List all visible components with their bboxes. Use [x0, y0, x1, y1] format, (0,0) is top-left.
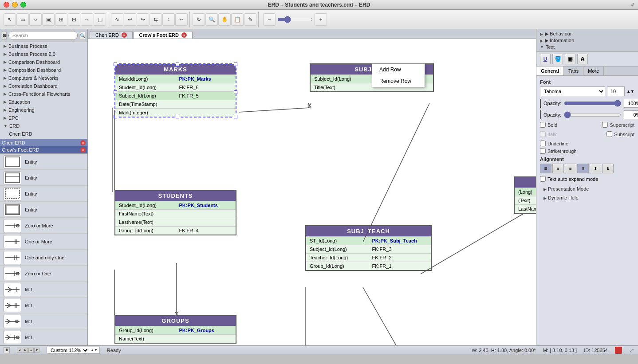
page-tool[interactable]: 📋 [231, 13, 244, 26]
remove-tool[interactable]: ⊟ [68, 13, 80, 26]
fill-icon[interactable]: 🪣 [552, 54, 563, 64]
table-row[interactable]: FirstName(Text) [115, 209, 236, 218]
table-row[interactable]: ST_Id(Long) PK:PK_Subj_Teach [306, 236, 431, 245]
shape-zero-or-more[interactable]: Zero or More [0, 218, 87, 234]
table-row[interactable]: Student_Id(Long) PK:PK_Students [115, 201, 236, 209]
handle-bl[interactable] [114, 115, 117, 118]
groups-table[interactable]: GROUPS Group_Id(Long) PK:PK_Groups Name(… [114, 315, 236, 344]
table-row[interactable]: Group_Id(Long) FK:FR_1 [306, 262, 431, 270]
chen-erd-tab[interactable]: Chen ERD × [0, 139, 87, 146]
crows-foot-tab-close[interactable]: × [181, 32, 187, 38]
chen-erd-tab-close[interactable]: × [122, 32, 127, 38]
shape-entity-2[interactable]: Entity [0, 170, 87, 186]
font-size-input[interactable] [607, 86, 625, 96]
handle-bm[interactable] [176, 115, 179, 118]
table-row[interactable]: (Text) [515, 196, 536, 204]
chen-erd-canvas-tab[interactable]: Chen ERD × [90, 31, 133, 39]
sidebar-item-comparison-dashboard[interactable]: ▶ Comparison Dashboard [0, 58, 87, 66]
table-row[interactable]: Group_Id(Long) FK:FR_4 [115, 226, 236, 235]
subj-teach-table[interactable]: SUBJ_TEACH ST_Id(Long) PK:PK_Subj_Teach … [305, 225, 432, 271]
underline-checkbox[interactable] [540, 141, 546, 146]
zoom-tool[interactable]: 🔍 [205, 13, 218, 26]
close-button[interactable] [4, 2, 9, 8]
underline-icon[interactable]: U [540, 54, 551, 64]
undo-tool[interactable]: ↩ [124, 13, 136, 26]
pan-tool[interactable]: ✋ [218, 13, 231, 26]
text-section[interactable]: ▼ Text [540, 44, 634, 50]
sidebar-item-computers-networks[interactable]: ▶ Computers & Networks [0, 74, 87, 82]
sidebar-item-cross-functional[interactable]: ▶ Cross-Functional Flowcharts [0, 90, 87, 98]
table-row[interactable]: Name(Text) [115, 334, 236, 343]
marks-table[interactable]: MARKS MarkId(Long) PK:PK_Marks Student_I… [114, 63, 236, 117]
scroll-right-btn[interactable]: ► [23, 348, 28, 353]
crows-foot-close[interactable]: × [80, 147, 86, 153]
prop-tab-more[interactable]: More [583, 67, 604, 75]
presentation-mode-item[interactable]: ▶ Presentation Mode [540, 184, 634, 193]
opacity1-value[interactable] [624, 99, 638, 108]
scroll-down-btn[interactable]: ▼ [34, 348, 39, 353]
handle-ml[interactable] [114, 90, 117, 94]
context-remove-row[interactable]: Remove Row [372, 75, 425, 87]
handle-mr[interactable] [234, 90, 237, 94]
shape-entity-1[interactable]: Entity [0, 154, 87, 170]
curve-tool[interactable]: ∿ [111, 13, 123, 26]
crows-foot-erd-tab[interactable]: Crow's Foot ERD × [0, 146, 87, 153]
table-row[interactable]: Subject_Id(Long) FK:FR_5 [115, 91, 236, 100]
strikethrough-checkbox[interactable] [540, 148, 546, 154]
prop-tab-general[interactable]: General [536, 67, 564, 75]
sidebar-item-chen-erd[interactable]: Chen ERD [0, 130, 87, 138]
zoom-slider-input[interactable] [277, 16, 313, 23]
border-icon[interactable]: ▣ [565, 54, 575, 64]
pen-tool[interactable]: ✎ [244, 13, 256, 26]
shape-m1-d[interactable]: M:1 [0, 329, 87, 345]
bold-checkbox[interactable] [540, 122, 546, 128]
dynamic-help-item[interactable]: ▶ Dynamic Help [540, 193, 634, 202]
sidebar-item-business-process-2[interactable]: ▶ Business Process 2,0 [0, 50, 87, 58]
opacity2-slider[interactable] [564, 112, 621, 118]
handle-br[interactable] [234, 115, 237, 118]
swap-tool[interactable]: ⇆ [150, 13, 162, 26]
table-row[interactable]: Student_Id(Long) FK:FR_6 [115, 83, 236, 91]
italic-checkbox[interactable] [540, 131, 546, 137]
align-top-btn[interactable]: ⬆ [577, 164, 589, 173]
zoom-spinner-arrows[interactable]: ▲▼ [91, 348, 98, 352]
sidebar-item-engineering[interactable]: ▶ Engineering [0, 106, 87, 114]
flip-v-tool[interactable]: ↕ [162, 13, 175, 26]
shape-entity-4[interactable]: Entity [0, 202, 87, 218]
handle-tm[interactable] [176, 63, 179, 66]
context-add-row[interactable]: Add Row [372, 64, 425, 75]
table-row[interactable]: (Long) PK:PK_Te... [515, 188, 536, 196]
shape-m1-a[interactable]: M:1 [0, 282, 87, 297]
minimize-button[interactable] [12, 2, 18, 8]
teachers-table[interactable]: TEACHERS (Long) PK:PK_Te... (Text) LastN… [514, 176, 536, 214]
sidebar-item-erd[interactable]: ▼ ERD [0, 122, 87, 130]
prop-tab-tabs[interactable]: Tabs [564, 67, 583, 75]
table-row[interactable]: Group_Id(Long) PK:PK_Groups [115, 326, 236, 334]
opacity1-slider[interactable] [564, 100, 621, 106]
shape-zero-or-one[interactable]: Zero or One [0, 266, 87, 282]
zoom-plus-btn[interactable]: + [315, 13, 327, 26]
maximize-button[interactable] [20, 2, 26, 8]
resize-handle[interactable]: ⤢ [629, 347, 634, 354]
rect-tool[interactable]: ▭ [16, 13, 29, 26]
shape-m1-b[interactable]: M:1 [0, 297, 87, 313]
table-row[interactable]: Subject_Id(Long) FK:FR_3 [306, 245, 431, 253]
align-middle-btn[interactable]: ⬍ [590, 164, 601, 173]
chen-erd-close[interactable]: × [80, 140, 86, 145]
split-tool[interactable]: ◫ [94, 13, 106, 26]
table-row[interactable]: LastName(Text) [515, 204, 536, 213]
sidebar-grid-toggle[interactable]: ⊞ [2, 31, 7, 40]
resize-button[interactable]: ⤢ [631, 2, 634, 7]
table-row[interactable]: Teacher_Id(Long) FK:FR_2 [306, 253, 431, 262]
sidebar-search-input[interactable] [8, 31, 78, 40]
behaviour-section[interactable]: ▶ ▶ Behaviour [540, 31, 634, 37]
shape-entity-3[interactable]: Entity [0, 186, 87, 202]
select-tool[interactable]: ↖ [4, 13, 16, 26]
students-table[interactable]: STUDENTS Student_Id(Long) PK:PK_Students… [114, 190, 236, 235]
resize-h-tool[interactable]: ↔ [81, 13, 93, 26]
table-tool[interactable]: ▣ [42, 13, 55, 26]
sidebar-item-education[interactable]: ▶ Education [0, 98, 87, 106]
refresh-tool[interactable]: ↻ [193, 13, 205, 26]
sidebar-item-composition-dashboard[interactable]: ▶ Composition Dashboard [0, 66, 87, 74]
sidebar-item-business-process[interactable]: ▶ Business Process [0, 42, 87, 50]
